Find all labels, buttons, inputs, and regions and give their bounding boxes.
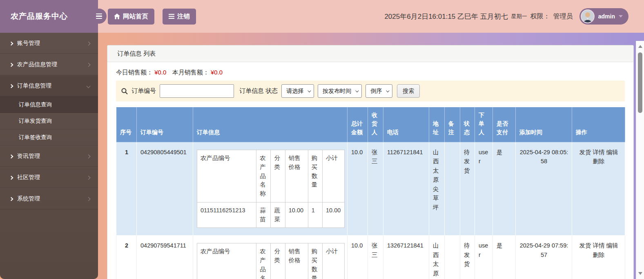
col-seq: 序号 bbox=[116, 107, 137, 142]
logout-button[interactable]: 注销 bbox=[163, 9, 196, 25]
sidebar-subitem-label: 订单发货查询 bbox=[19, 117, 52, 125]
username-text: admin bbox=[598, 13, 615, 20]
topbar-right: 2025年6月2日16:01:15 乙巳年 五月初七 星期一 权限： 管理员 a… bbox=[384, 8, 644, 25]
sidebar-item-system[interactable]: 系统管理 bbox=[0, 188, 98, 209]
product-category: 蔬菜 bbox=[271, 202, 285, 228]
sidebar-toggle-button[interactable] bbox=[91, 9, 107, 24]
scroll-down-arrow-icon[interactable] bbox=[638, 272, 642, 275]
cell-actions: 发货 详情 编辑 删除 bbox=[572, 142, 625, 236]
sort-field-select[interactable]: 按发布时间 bbox=[318, 84, 362, 98]
inner-col-category: 分类 bbox=[271, 243, 285, 279]
sidebar-item-products[interactable]: 农产品信息管理 bbox=[0, 54, 98, 75]
search-button[interactable]: 搜索 bbox=[397, 84, 420, 98]
product-row: 01151116251213 蒜苗 蔬菜 10.00 1 10.00 bbox=[197, 202, 345, 228]
scrollbar-thumb[interactable] bbox=[638, 52, 642, 113]
chevron-right-icon bbox=[87, 41, 91, 45]
cell-order-info: 农产品编号 农产品名称 分类 销售价格 购买数量 小计 011511162512… bbox=[193, 142, 348, 236]
delete-action[interactable]: 删除 bbox=[593, 252, 605, 258]
product-price: 10.00 bbox=[285, 202, 308, 228]
col-paid: 是否支付 bbox=[493, 107, 516, 142]
chevron-down-icon bbox=[386, 89, 389, 92]
sidebar-item-news[interactable]: 资讯管理 bbox=[0, 146, 98, 167]
col-receiver: 收货人 bbox=[368, 107, 383, 142]
app-title: 农产品服务中心 bbox=[0, 0, 98, 33]
month-sales-value: ¥0.0 bbox=[211, 69, 223, 76]
status-select-value: 请选择 bbox=[286, 88, 303, 95]
table-header-row: 序号 订单编号 订单信息 总计金额 收货人 电话 地址 备注 状态 下单人 是否… bbox=[116, 107, 625, 142]
col-status: 状态 bbox=[460, 107, 475, 142]
cell-seq: 2 bbox=[116, 236, 137, 279]
chevron-right-icon bbox=[9, 176, 13, 180]
cell-phone: 11267121841 bbox=[383, 142, 429, 236]
cell-seq: 1 bbox=[116, 142, 137, 236]
sidebar-subitem-order-shipping[interactable]: 订单发货查询 bbox=[0, 113, 98, 129]
edit-action[interactable]: 编辑 bbox=[606, 242, 618, 249]
weekday-text: 星期一 bbox=[511, 13, 527, 20]
inner-col-price: 销售价格 bbox=[285, 243, 308, 279]
inner-col-subtotal: 小计 bbox=[323, 150, 345, 202]
avatar bbox=[581, 9, 595, 23]
col-phone: 电话 bbox=[383, 107, 429, 142]
status-select[interactable]: 请选择 bbox=[281, 84, 314, 98]
sort-dir-select[interactable]: 倒序 bbox=[365, 84, 392, 98]
chevron-right-icon bbox=[87, 197, 91, 201]
cell-status: 待发货 bbox=[460, 236, 475, 279]
order-no-label: 订单编号 bbox=[131, 87, 156, 95]
cell-receiver: 张三 bbox=[368, 236, 383, 279]
inner-col-name: 农产品名称 bbox=[256, 150, 271, 202]
col-remark: 备注 bbox=[445, 107, 460, 142]
today-sales-value: ¥0.0 bbox=[154, 69, 166, 76]
sidebar-item-community[interactable]: 社区管理 bbox=[0, 167, 98, 188]
user-menu[interactable]: admin bbox=[579, 8, 628, 25]
edit-action[interactable]: 编辑 bbox=[606, 149, 618, 155]
cell-created: 2025-04-29 07:59:57 bbox=[516, 236, 572, 279]
col-created: 添加时间 bbox=[516, 107, 572, 142]
sales-stats: 今日销售额： ¥0.0 本月销售额： ¥0.0 bbox=[116, 69, 625, 76]
sort-field-value: 按发布时间 bbox=[323, 88, 351, 95]
cell-order-no: 04290805449501 bbox=[137, 142, 193, 236]
ship-action[interactable]: 发货 bbox=[579, 149, 591, 155]
delete-action[interactable]: 删除 bbox=[593, 158, 605, 164]
chevron-right-icon bbox=[9, 154, 13, 158]
orders-panel: 订单信息 列表 今日销售额： ¥0.0 本月销售额： ¥0.0 订单编号 订单信… bbox=[107, 45, 634, 279]
detail-action[interactable]: 详情 bbox=[593, 242, 605, 249]
cell-total: 10.0 bbox=[348, 236, 368, 279]
logout-button-label: 注销 bbox=[177, 12, 190, 21]
cell-paid: 是 bbox=[493, 142, 516, 236]
detail-action[interactable]: 详情 bbox=[593, 149, 605, 155]
vertical-scrollbar[interactable] bbox=[636, 41, 644, 279]
inner-col-subtotal: 小计 bbox=[323, 243, 345, 279]
sidebar-subitem-order-query[interactable]: 订单信息查询 bbox=[0, 97, 98, 113]
sidebar-subitem-order-receipt[interactable]: 订单签收查询 bbox=[0, 129, 98, 146]
sidebar-subitem-label: 订单信息查询 bbox=[19, 101, 52, 108]
inner-col-name: 农产品名称 bbox=[256, 243, 271, 279]
col-buyer: 下单人 bbox=[475, 107, 493, 142]
products-header-row: 农产品编号 农产品名称 分类 销售价格 购买数量 小计 bbox=[197, 150, 345, 202]
cell-created: 2025-04-29 08:05:58 bbox=[516, 142, 572, 236]
ship-action[interactable]: 发货 bbox=[579, 242, 591, 249]
col-order-no: 订单编号 bbox=[137, 107, 193, 142]
sidebar-item-label: 账号管理 bbox=[17, 40, 40, 47]
col-total: 总计金额 bbox=[348, 107, 368, 142]
scroll-up-arrow-icon[interactable] bbox=[638, 45, 642, 48]
sidebar-item-orders[interactable]: 订单信息管理 bbox=[0, 75, 98, 97]
chevron-right-icon bbox=[87, 63, 91, 67]
table-row: 1 04290805449501 农产品编号 农产品名称 分类 bbox=[116, 142, 625, 236]
hamburger-icon bbox=[96, 14, 102, 19]
inner-col-code: 农产品编号 bbox=[197, 150, 256, 202]
col-order-info: 订单信息 bbox=[193, 107, 348, 142]
order-no-input[interactable] bbox=[160, 84, 234, 98]
sidebar: 账号管理 农产品信息管理 订单信息管理 订单信息查询 订单发货查询 订单签收查询… bbox=[0, 33, 98, 279]
product-subtotal: 10.00 bbox=[323, 202, 345, 228]
home-button[interactable]: 网站首页 bbox=[108, 9, 154, 25]
sidebar-item-label: 系统管理 bbox=[17, 195, 40, 202]
panel-header: 订单信息 列表 bbox=[107, 45, 633, 62]
inner-col-qty: 购买数量 bbox=[308, 150, 322, 202]
status-filter-label: 订单信息 状态 bbox=[239, 87, 278, 95]
app-title-text: 农产品服务中心 bbox=[11, 11, 68, 22]
sidebar-item-account[interactable]: 账号管理 bbox=[0, 33, 98, 54]
chevron-down-icon bbox=[87, 84, 91, 88]
inner-col-price: 销售价格 bbox=[285, 150, 308, 202]
search-icon bbox=[121, 88, 128, 94]
product-qty: 1 bbox=[308, 202, 322, 228]
